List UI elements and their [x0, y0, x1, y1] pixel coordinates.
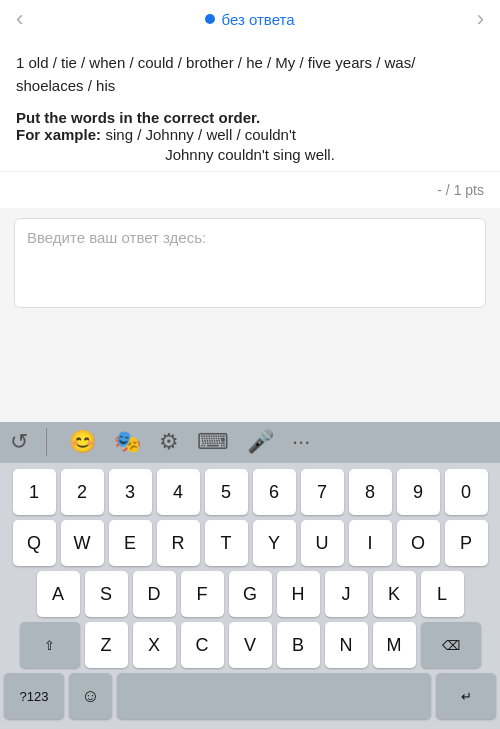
keyboard-toolbar: ↺ 😊 🎭 ⚙ ⌨ 🎤 ··· [0, 422, 500, 463]
answer-placeholder: Введите ваш ответ здесь: [27, 229, 206, 246]
key-a[interactable]: A [37, 571, 80, 617]
toolbar-more-icon[interactable]: ··· [292, 429, 310, 455]
question-area: 1 old / tie / when / could / brother / h… [0, 38, 500, 171]
key-p[interactable]: P [445, 520, 488, 566]
key-9[interactable]: 9 [397, 469, 440, 515]
key-i[interactable]: I [349, 520, 392, 566]
key-r[interactable]: R [157, 520, 200, 566]
key-0[interactable]: 0 [445, 469, 488, 515]
key-d[interactable]: D [133, 571, 176, 617]
toolbar-translate-icon[interactable]: ↺ [10, 429, 28, 455]
key-emoji[interactable]: ☺ [69, 673, 112, 719]
pts-label: pts [465, 182, 484, 198]
asdf-row: A S D F G H J K L [4, 571, 496, 617]
key-j[interactable]: J [325, 571, 368, 617]
points-separator: / [442, 182, 454, 198]
key-x[interactable]: X [133, 622, 176, 668]
answer-area[interactable]: Введите ваш ответ здесь: [14, 218, 486, 308]
key-k[interactable]: K [373, 571, 416, 617]
toolbar-mic-icon[interactable]: 🎤 [247, 429, 274, 455]
number-row: 1 2 3 4 5 6 7 8 9 0 [4, 469, 496, 515]
points-total: 1 [454, 182, 462, 198]
key-symbols[interactable]: ?123 [4, 673, 64, 719]
zxcv-row: ⇧ Z X C V B N M ⌫ [4, 622, 496, 668]
instruction-line2: For xample: sing / Johnny / well / could… [16, 126, 484, 144]
question-words: 1 old / tie / when / could / brother / h… [16, 52, 484, 97]
instruction-line1: Put the words in the correct order. [16, 109, 484, 126]
toolbar-sticker-icon[interactable]: 🎭 [114, 429, 141, 455]
key-t[interactable]: T [205, 520, 248, 566]
key-q[interactable]: Q [13, 520, 56, 566]
key-backspace[interactable]: ⌫ [421, 622, 481, 668]
key-shift[interactable]: ⇧ [20, 622, 80, 668]
example-label: For xample: [16, 126, 101, 143]
key-s[interactable]: S [85, 571, 128, 617]
status-area: без ответа [205, 11, 294, 28]
key-o[interactable]: O [397, 520, 440, 566]
key-8[interactable]: 8 [349, 469, 392, 515]
key-c[interactable]: C [181, 622, 224, 668]
key-h[interactable]: H [277, 571, 320, 617]
key-m[interactable]: M [373, 622, 416, 668]
key-l[interactable]: L [421, 571, 464, 617]
keyboard-rows: 1 2 3 4 5 6 7 8 9 0 Q W E R T Y U I O P … [0, 463, 500, 729]
key-f[interactable]: F [181, 571, 224, 617]
bottom-row: ?123 ☺ ↵ [4, 673, 496, 719]
key-3[interactable]: 3 [109, 469, 152, 515]
key-enter[interactable]: ↵ [436, 673, 496, 719]
key-2[interactable]: 2 [61, 469, 104, 515]
key-space[interactable] [117, 673, 431, 719]
points-row: - / 1 pts [0, 171, 500, 208]
toolbar-emoji-icon[interactable]: 😊 [69, 429, 96, 455]
key-6[interactable]: 6 [253, 469, 296, 515]
key-b[interactable]: B [277, 622, 320, 668]
key-7[interactable]: 7 [301, 469, 344, 515]
key-n[interactable]: N [325, 622, 368, 668]
toolbar-keyboard-icon[interactable]: ⌨ [197, 429, 229, 455]
key-y[interactable]: Y [253, 520, 296, 566]
example-sentence: Johnny couldn't sing well. [16, 146, 484, 163]
keyboard: ↺ 😊 🎭 ⚙ ⌨ 🎤 ··· 1 2 3 4 5 6 7 8 9 0 Q W … [0, 422, 500, 729]
key-1[interactable]: 1 [13, 469, 56, 515]
key-4[interactable]: 4 [157, 469, 200, 515]
status-label: без ответа [221, 11, 294, 28]
key-5[interactable]: 5 [205, 469, 248, 515]
top-navigation: ‹ без ответа › [0, 0, 500, 38]
qwerty-row: Q W E R T Y U I O P [4, 520, 496, 566]
key-g[interactable]: G [229, 571, 272, 617]
status-dot [205, 14, 215, 24]
example-content: sing / Johnny / well / couldn't [105, 126, 295, 143]
toolbar-separator [46, 428, 47, 456]
next-arrow[interactable]: › [477, 6, 484, 32]
key-z[interactable]: Z [85, 622, 128, 668]
toolbar-settings-icon[interactable]: ⚙ [159, 429, 179, 455]
key-w[interactable]: W [61, 520, 104, 566]
key-e[interactable]: E [109, 520, 152, 566]
prev-arrow[interactable]: ‹ [16, 6, 23, 32]
key-v[interactable]: V [229, 622, 272, 668]
key-u[interactable]: U [301, 520, 344, 566]
